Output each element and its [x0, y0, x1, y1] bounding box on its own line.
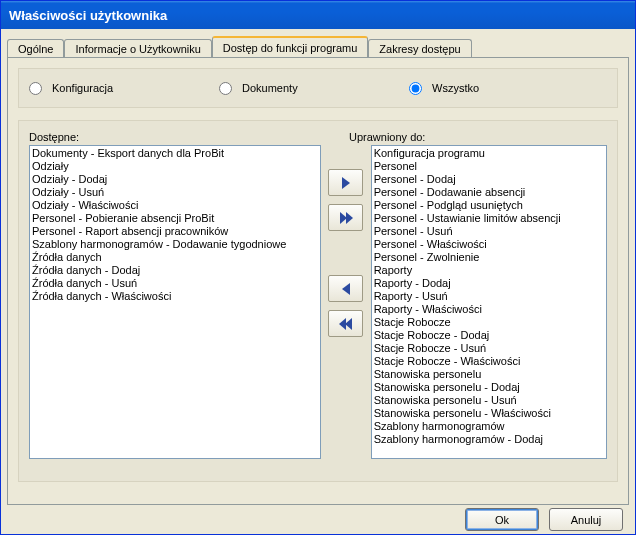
radio-konfiguracja[interactable]: Konfiguracja	[29, 82, 219, 95]
list-item[interactable]: Personel - Usuń	[374, 225, 604, 238]
move-right-all-button[interactable]	[328, 204, 363, 231]
tab-panel-active: Konfiguracja Dokumenty Wszystko Dostępne…	[7, 57, 629, 505]
cancel-button[interactable]: Anuluj	[549, 508, 623, 531]
list-item[interactable]: Źródła danych	[32, 251, 318, 264]
lists-row: Dokumenty - Eksport danych dla ProBitOdz…	[29, 145, 607, 471]
list-item[interactable]: Raporty - Właściwości	[374, 303, 604, 316]
list-item[interactable]: Personel - Pobieranie absencji ProBit	[32, 212, 318, 225]
tab-3[interactable]: Zakresy dostępu	[368, 39, 471, 58]
list-item[interactable]: Personel - Dodawanie absencji	[374, 186, 604, 199]
list-item[interactable]: Stacje Robocze - Usuń	[374, 342, 604, 355]
list-item[interactable]: Stanowiska personelu - Usuń	[374, 394, 604, 407]
list-item[interactable]: Odziały - Właściwości	[32, 199, 318, 212]
list-item[interactable]: Personel	[374, 160, 604, 173]
available-label: Dostępne:	[29, 131, 331, 143]
move-left-all-button[interactable]	[328, 310, 363, 337]
list-item[interactable]: Stacje Robocze - Dodaj	[374, 329, 604, 342]
tabs-wrap: OgólneInformacje o UżytkownikuDostęp do …	[1, 29, 635, 505]
list-item[interactable]: Personel - Raport absencji pracowników	[32, 225, 318, 238]
radio-dokumenty-input[interactable]	[219, 82, 232, 95]
ok-button[interactable]: Ok	[465, 508, 539, 531]
list-item[interactable]: Personel - Zwolnienie	[374, 251, 604, 264]
list-item[interactable]: Stacje Robocze - Właściwości	[374, 355, 604, 368]
available-list[interactable]: Dokumenty - Eksport danych dla ProBitOdz…	[29, 145, 321, 459]
tab-2[interactable]: Dostęp do funkcji programu	[212, 36, 369, 57]
list-item[interactable]: Źródła danych - Dodaj	[32, 264, 318, 277]
list-item[interactable]: Stanowiska personelu	[374, 368, 604, 381]
granted-list[interactable]: Konfiguracja programuPersonelPersonel - …	[371, 145, 607, 459]
list-item[interactable]: Stanowiska personelu - Dodaj	[374, 381, 604, 394]
list-item[interactable]: Stacje Robocze	[374, 316, 604, 329]
list-item[interactable]: Szablony harmonogramów	[374, 420, 604, 433]
list-item[interactable]: Szablony harmonogramów - Dodawanie tygod…	[32, 238, 318, 251]
list-item[interactable]: Źródła danych - Usuń	[32, 277, 318, 290]
list-item[interactable]: Konfiguracja programu	[374, 147, 604, 160]
move-right-button[interactable]	[328, 169, 363, 196]
lists-area: Dostępne: Uprawniony do: Dokumenty - Eks…	[18, 120, 618, 482]
list-item[interactable]: Stanowiska personelu - Właściwości	[374, 407, 604, 420]
dialog-footer: Ok Anuluj	[1, 505, 635, 534]
list-item[interactable]: Raporty	[374, 264, 604, 277]
tab-0[interactable]: Ogólne	[7, 39, 64, 58]
arrow-right-icon	[338, 174, 354, 192]
radio-dokumenty-label: Dokumenty	[242, 82, 298, 94]
radio-filter-group: Konfiguracja Dokumenty Wszystko	[18, 68, 618, 108]
list-item[interactable]: Dokumenty - Eksport danych dla ProBit	[32, 147, 318, 160]
radio-dokumenty[interactable]: Dokumenty	[219, 82, 409, 95]
list-item[interactable]: Odziały - Dodaj	[32, 173, 318, 186]
radio-konfiguracja-input[interactable]	[29, 82, 42, 95]
arrow-double-left-icon	[338, 315, 354, 333]
move-button-column	[321, 145, 371, 471]
list-item[interactable]: Personel - Dodaj	[374, 173, 604, 186]
tab-1[interactable]: Informacje o Użytkowniku	[64, 39, 211, 58]
list-item[interactable]: Raporty - Dodaj	[374, 277, 604, 290]
list-item[interactable]: Personel - Podgląd usuniętych	[374, 199, 604, 212]
arrow-double-right-icon	[338, 209, 354, 227]
dialog-window: Właściwości użytkownika OgólneInformacje…	[0, 0, 636, 535]
radio-wszystko-input[interactable]	[409, 82, 422, 95]
list-item[interactable]: Raporty - Usuń	[374, 290, 604, 303]
radio-wszystko-label: Wszystko	[432, 82, 479, 94]
list-labels: Dostępne: Uprawniony do:	[29, 131, 607, 143]
move-left-button[interactable]	[328, 275, 363, 302]
list-item[interactable]: Szablony harmonogramów - Dodaj	[374, 433, 604, 446]
list-item[interactable]: Personel - Ustawianie limitów absencji	[374, 212, 604, 225]
list-item[interactable]: Odziały - Usuń	[32, 186, 318, 199]
tabs: OgólneInformacje o UżytkownikuDostęp do …	[7, 35, 629, 57]
arrow-left-icon	[338, 280, 354, 298]
window-title: Właściwości użytkownika	[9, 8, 167, 23]
titlebar: Właściwości użytkownika	[1, 1, 635, 29]
list-item[interactable]: Źródła danych - Właściwości	[32, 290, 318, 303]
list-item[interactable]: Odziały	[32, 160, 318, 173]
granted-label: Uprawniony do:	[349, 131, 607, 143]
list-item[interactable]: Personel - Właściwości	[374, 238, 604, 251]
radio-wszystko[interactable]: Wszystko	[409, 82, 607, 95]
radio-konfiguracja-label: Konfiguracja	[52, 82, 113, 94]
